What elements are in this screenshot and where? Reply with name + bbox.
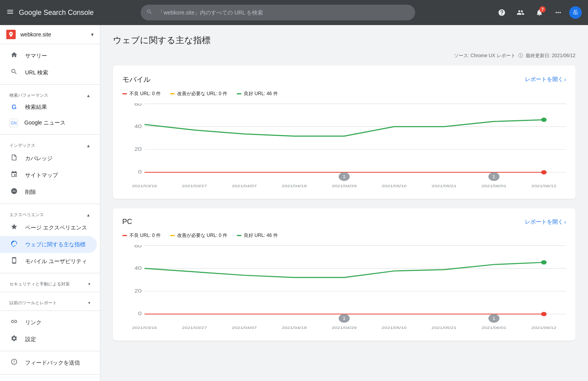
notifications-button[interactable]: 7 (532, 5, 547, 20)
feedback-icon (9, 358, 19, 367)
nav-section-feedback: フィードバックを送信 (0, 351, 100, 375)
svg-text:60: 60 (134, 245, 142, 248)
chart-link-mobile[interactable]: レポートを開く › (525, 76, 566, 83)
sidebar-item-removals[interactable]: 削除 (0, 184, 97, 200)
svg-point-9 (541, 117, 546, 122)
section-collapse-security-icon: ▾ (88, 282, 91, 287)
sidebar-item-summary[interactable]: サマリー (0, 47, 97, 64)
nav-section-experience: エクスペリエンス ▲ ページ エクスペリエンス ウェブに関する主な指標 モバイ (0, 204, 100, 273)
sidebar-item-search-results[interactable]: G 検索結果 (0, 100, 97, 115)
legend-dot-bad-pc (122, 235, 127, 236)
home-icon (9, 51, 19, 60)
sidebar-label-google-news: Google ニュース (24, 119, 65, 126)
page-title: ウェブに関する主な指標 (113, 34, 575, 46)
sidebar-item-links[interactable]: リンク (0, 314, 97, 331)
svg-text:20: 20 (134, 146, 142, 152)
menu-icon[interactable] (6, 8, 14, 18)
svg-text:2021/04/18: 2021/04/18 (282, 184, 307, 188)
section-title-search-performance: 検索パフォーマンス (9, 92, 48, 98)
sidebar-item-coverage[interactable]: カバレッジ (0, 150, 97, 167)
sidebar-item-feedback[interactable]: フィードバックを送信 (0, 354, 97, 371)
svg-text:40: 40 (134, 123, 142, 129)
sidebar-label-settings: 設定 (25, 336, 36, 343)
main-content: ウェブに関する主な指標 ソース: Chrome UX レポート ⓘ 最終更新日:… (100, 25, 588, 381)
chart-card-pc: PC レポートを開く › 不良 URL: 0 件 改善が必要な URL: 0 件 (113, 208, 575, 341)
svg-text:2021/03/27: 2021/03/27 (182, 326, 207, 330)
search-icon (146, 9, 152, 16)
sidebar-label-feedback: フィードバックを送信 (25, 359, 80, 367)
sidebar-item-mobile-usability[interactable]: モバイル ユーザビリティ (0, 253, 97, 270)
apps-button[interactable] (550, 5, 566, 20)
nav-section-tools: リンク 設定 (0, 311, 100, 351)
last-updated-label: 最終更新日: 2021/06/12 (526, 53, 575, 58)
chart-header-pc: PC レポートを開く › (122, 218, 566, 226)
account-button[interactable] (513, 5, 528, 20)
svg-text:2021/04/18: 2021/04/18 (282, 326, 307, 330)
nav-section-search-performance: 検索パフォーマンス ▲ G 検索結果 GN Google ニュース (0, 85, 100, 135)
svg-text:60: 60 (134, 103, 142, 107)
mobile-icon (9, 257, 19, 266)
svg-text:0: 0 (138, 311, 142, 316)
chart-title-mobile: モバイル (122, 75, 151, 84)
sidebar-item-web-vitals[interactable]: ウェブに関する主な指標 (0, 236, 97, 253)
help-button[interactable] (494, 5, 510, 20)
layout: webkore.site ▾ サマリー URL 検索 検索パフォーマンス ▲ (0, 25, 588, 381)
nav-section-index: インデックス ▲ カバレッジ サイトマップ 削除 (0, 135, 100, 204)
page-experience-icon (9, 223, 19, 232)
search-bar (141, 5, 415, 20)
sidebar-item-page-experience[interactable]: ページ エクスペリエンス (0, 219, 97, 236)
search-input[interactable] (141, 5, 415, 20)
chart-area-pc: 0 20 40 60 1 1 2021/03/16 (122, 245, 566, 331)
sidebar-label-sitemap: サイトマップ (25, 172, 58, 179)
legend-good-pc: 良好 URL: 46 件 (237, 232, 278, 239)
svg-text:2021/04/07: 2021/04/07 (232, 326, 257, 330)
coverage-icon (9, 154, 19, 163)
section-collapse-icon: ▲ (86, 93, 91, 98)
sidebar-label-coverage: カバレッジ (25, 155, 53, 162)
property-dropdown-icon: ▾ (91, 31, 94, 38)
svg-text:2021/05/21: 2021/05/21 (432, 326, 457, 330)
sidebar-label-removals: 削除 (25, 189, 36, 196)
svg-text:2021/04/07: 2021/04/07 (232, 184, 257, 188)
section-collapse-index-icon: ▲ (86, 143, 91, 148)
web-vitals-icon (9, 240, 19, 249)
property-icon (6, 30, 16, 39)
legend-bad-mobile: 不良 URL: 0 件 (122, 90, 161, 97)
nav-section-main: サマリー URL 検索 (0, 44, 100, 85)
legend-dot-needs-pc (170, 235, 175, 236)
section-collapse-experience-icon: ▲ (86, 213, 91, 217)
section-title-legacy: 以前のツールとレポート (9, 300, 57, 306)
property-selector[interactable]: webkore.site ▾ (0, 25, 100, 44)
svg-point-32 (541, 260, 546, 265)
svg-text:2021/05/21: 2021/05/21 (432, 184, 457, 188)
section-header-experience[interactable]: エクスペリエンス ▲ (0, 207, 100, 219)
property-name: webkore.site (20, 31, 91, 38)
links-icon (9, 318, 19, 327)
google-news-icon: GN (9, 119, 18, 127)
header: Google Search Console 7 (0, 0, 588, 25)
svg-text:2021/06/01: 2021/06/01 (481, 184, 506, 188)
svg-point-31 (541, 312, 546, 316)
sidebar-item-sitemap[interactable]: サイトマップ (0, 167, 97, 184)
avatar[interactable]: 岳 (569, 6, 582, 19)
legend-dot-bad (122, 93, 127, 94)
section-header-index[interactable]: インデックス ▲ (0, 138, 100, 150)
section-header-search-performance[interactable]: 検索パフォーマンス ▲ (0, 88, 100, 100)
sidebar-item-settings[interactable]: 設定 (0, 331, 97, 348)
section-header-legacy[interactable]: 以前のツールとレポート ▾ (0, 295, 100, 307)
section-header-security[interactable]: セキュリティと手動による対策 ▾ (0, 276, 100, 289)
svg-text:2021/05/10: 2021/05/10 (382, 326, 407, 330)
svg-text:2021/06/12: 2021/06/12 (532, 326, 557, 330)
nav-section-legacy: 以前のツールとレポート ▾ (0, 292, 100, 311)
sidebar-item-url-search[interactable]: URL 検索 (0, 64, 97, 81)
chart-link-pc[interactable]: レポートを開く › (525, 218, 566, 226)
source-label: ソース: Chrome UX レポート (454, 53, 515, 58)
legend-dot-good-pc (237, 235, 241, 236)
sidebar-item-google-news[interactable]: GN Google ニュース (0, 115, 97, 131)
svg-text:1: 1 (492, 175, 495, 179)
svg-text:2021/06/12: 2021/06/12 (532, 184, 557, 188)
legend-needs-improvement-pc: 改善が必要な URL: 0 件 (170, 232, 227, 239)
legend-bad-pc: 不良 URL: 0 件 (122, 232, 161, 239)
sidebar-label-url-search: URL 検索 (25, 69, 48, 76)
google-icon: G (9, 104, 19, 111)
